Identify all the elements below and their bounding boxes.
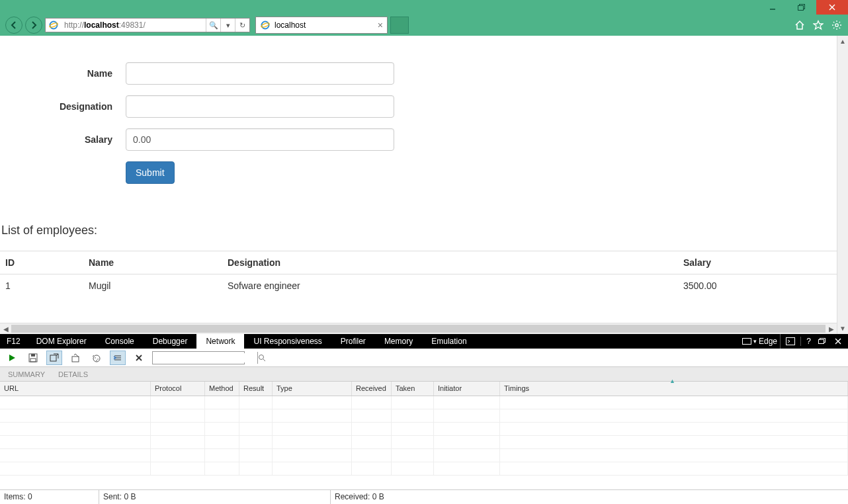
- home-icon[interactable]: [794, 19, 806, 31]
- list-heading: List of employees:: [0, 224, 848, 237]
- tab-memory[interactable]: Memory: [375, 334, 422, 349]
- svg-point-5: [50, 22, 58, 29]
- dropdown-icon[interactable]: ▾: [220, 19, 235, 32]
- target-label: Edge: [759, 337, 777, 346]
- scroll-down-icon[interactable]: ▼: [837, 323, 848, 334]
- network-subtabs: SUMMARY DETAILS: [0, 367, 848, 382]
- clear-entries-icon[interactable]: [110, 351, 126, 365]
- tab-emulation[interactable]: Emulation: [422, 334, 476, 349]
- page-viewport: Name Designation Salary Submit List of e…: [0, 36, 848, 334]
- filter-input[interactable]: [153, 353, 257, 362]
- tab-network[interactable]: Network: [196, 334, 244, 349]
- favorites-icon[interactable]: [812, 19, 824, 31]
- subtab-summary[interactable]: SUMMARY: [8, 370, 45, 378]
- employee-form: Name Designation Salary Submit: [0, 36, 848, 184]
- tab-ui-responsiveness[interactable]: UI Responsiveness: [244, 334, 331, 349]
- svg-rect-10: [742, 339, 751, 345]
- target-selector[interactable]: ▾ Edge: [742, 334, 781, 349]
- col-result[interactable]: Result: [239, 382, 273, 396]
- designation-input[interactable]: [126, 95, 394, 118]
- clear-cookies-icon[interactable]: [89, 351, 105, 365]
- save-icon[interactable]: [25, 351, 41, 365]
- network-columns-header: URL Protocol Method Result Type Received…: [0, 382, 848, 396]
- devtools-status-bar: Items: 0 Sent: 0 B Received: 0 B: [0, 489, 848, 504]
- col-initiator[interactable]: Initiator: [434, 382, 500, 396]
- table-row: 1 Mugil Sofware engineer 3500.00: [0, 274, 837, 298]
- tab-profiler[interactable]: Profiler: [331, 334, 375, 349]
- subtab-details[interactable]: DETAILS: [58, 370, 88, 378]
- tab-dom-explorer[interactable]: DOM Explorer: [27, 334, 96, 349]
- address-bar[interactable]: http://localhost:49831/ 🔍 ▾ ↻: [45, 18, 250, 32]
- play-icon[interactable]: [4, 351, 20, 365]
- svg-rect-13: [819, 340, 824, 344]
- svg-rect-2: [798, 6, 804, 11]
- grid-row-empty: [0, 462, 848, 476]
- filter-box: [152, 351, 245, 364]
- search-icon[interactable]: 🔍: [206, 19, 220, 32]
- clear-session-icon[interactable]: [67, 351, 83, 365]
- name-input[interactable]: [126, 62, 394, 85]
- minimize-button[interactable]: [758, 0, 787, 15]
- col-method[interactable]: Method: [205, 382, 239, 396]
- url-host: localhost: [84, 21, 119, 30]
- filter-search-icon[interactable]: [257, 352, 266, 364]
- scroll-right-icon[interactable]: ▶: [826, 323, 837, 334]
- tab-close-icon[interactable]: ×: [378, 20, 383, 30]
- devtools-panel: F12 DOM Explorer Console Debugger Networ…: [0, 334, 848, 504]
- col-type[interactable]: Type: [273, 382, 352, 396]
- tab-console[interactable]: Console: [96, 334, 144, 349]
- status-sent: Sent: 0 B: [99, 490, 331, 504]
- svg-rect-20: [72, 357, 79, 362]
- cell-salary: 3500.00: [678, 274, 837, 298]
- console-toggle-icon[interactable]: [784, 337, 796, 345]
- back-button[interactable]: [5, 17, 22, 34]
- horizontal-scrollbar[interactable]: ◀ ▶: [0, 323, 837, 334]
- tab-debugger[interactable]: Debugger: [144, 334, 197, 349]
- salary-input[interactable]: [126, 128, 394, 151]
- name-label: Name: [0, 68, 126, 79]
- col-salary: Salary: [678, 251, 837, 274]
- settings-icon[interactable]: [831, 19, 843, 31]
- close-button[interactable]: [816, 0, 848, 15]
- submit-button[interactable]: Submit: [126, 161, 175, 184]
- status-received: Received: 0 B: [331, 490, 848, 504]
- forward-button[interactable]: [25, 17, 42, 34]
- col-protocol[interactable]: Protocol: [151, 382, 205, 396]
- tab-title: localhost: [275, 21, 306, 30]
- scroll-left-icon[interactable]: ◀: [0, 323, 11, 334]
- col-received[interactable]: Received: [352, 382, 392, 396]
- always-refresh-icon[interactable]: [46, 351, 62, 365]
- col-taken[interactable]: Taken: [392, 382, 434, 396]
- salary-label: Salary: [0, 134, 126, 145]
- browser-tab[interactable]: localhost ×: [255, 17, 388, 34]
- employees-table: ID Name Designation Salary 1 Mugil Sofwa…: [0, 251, 837, 297]
- maximize-button[interactable]: [787, 0, 816, 15]
- svg-rect-17: [31, 354, 35, 357]
- window-titlebar: [0, 0, 848, 15]
- new-tab-button[interactable]: [390, 17, 409, 34]
- scroll-up-icon[interactable]: ▲: [837, 36, 848, 47]
- url-text[interactable]: http://localhost:49831/: [62, 21, 206, 30]
- grid-row-empty: [0, 423, 848, 436]
- ie-icon: [260, 20, 271, 30]
- address-bar-buttons: 🔍 ▾ ↻: [206, 19, 249, 32]
- ie-icon: [48, 20, 59, 30]
- designation-label: Designation: [0, 101, 126, 112]
- popout-icon[interactable]: [816, 338, 828, 345]
- col-timings[interactable]: Timings ▲: [500, 382, 848, 396]
- svg-point-24: [96, 360, 97, 361]
- grid-row-empty: [0, 449, 848, 462]
- svg-point-30: [259, 355, 264, 359]
- grid-row-empty: [0, 409, 848, 423]
- refresh-icon[interactable]: ↻: [235, 19, 249, 32]
- svg-rect-19: [50, 355, 56, 361]
- col-url[interactable]: URL: [0, 382, 151, 396]
- svg-rect-18: [30, 358, 36, 362]
- help-icon[interactable]: ?: [800, 337, 812, 346]
- devtools-close-icon[interactable]: [832, 337, 844, 345]
- network-toolbar: [0, 349, 848, 367]
- status-items: Items: 0: [0, 490, 99, 504]
- clear-icon[interactable]: [131, 351, 147, 365]
- vertical-scrollbar[interactable]: ▲ ▼: [837, 36, 848, 334]
- grid-row-empty: [0, 396, 848, 409]
